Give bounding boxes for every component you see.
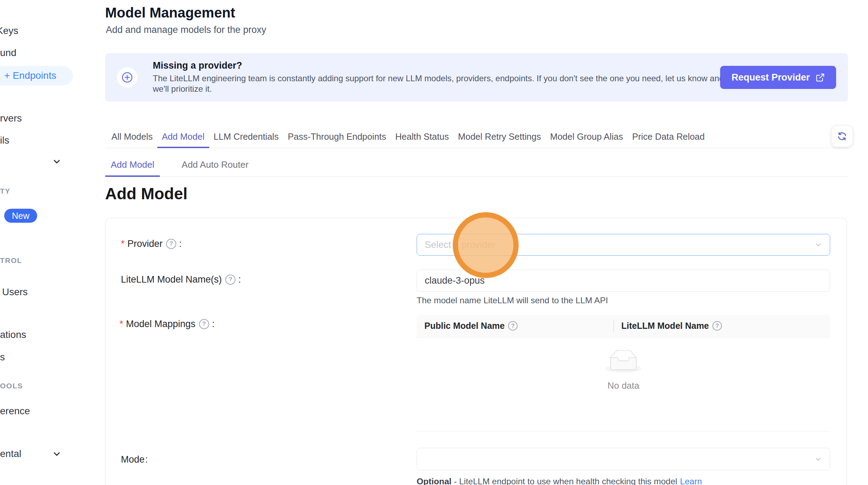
empty-box-icon	[606, 350, 641, 373]
no-data-text: No data	[607, 380, 639, 391]
model-name-help: The model name LiteLLM will send to the …	[417, 296, 608, 305]
refresh-icon	[837, 131, 847, 141]
tab-llm-credentials[interactable]: LLM Credentials	[209, 126, 283, 148]
sidebar-item-label: + Endpoints	[4, 70, 56, 81]
main-content: Model Management Add and manage models f…	[105, 0, 848, 485]
sidebar-item-organizations[interactable]: ations	[0, 329, 26, 340]
model-mappings-label-text: Model Mappings	[126, 318, 196, 330]
mode-label-text: Mode	[121, 453, 145, 466]
plus-circle-icon	[117, 67, 137, 88]
help-icon[interactable]: ?	[166, 239, 176, 249]
help-icon[interactable]: ?	[199, 319, 209, 329]
label-colon: :	[238, 273, 241, 286]
sidebar-item-servers[interactable]: rvers	[0, 113, 22, 124]
provider-label: * Provider ? :	[121, 237, 182, 250]
add-model-form-card: * Provider ? : Select a provider LiteLLM…	[105, 218, 847, 485]
sidebar-section-label: TROL	[0, 256, 22, 265]
help-icon[interactable]: ?	[712, 321, 722, 331]
sidebar-item-models-endpoints[interactable]: + Endpoints	[0, 66, 73, 85]
mode-select[interactable]	[417, 448, 830, 470]
tab-add-model[interactable]: Add Model	[157, 126, 209, 148]
tab-pass-through-endpoints[interactable]: Pass-Through Endpoints	[283, 126, 391, 148]
column-label: Public Model Name	[424, 321, 505, 331]
column-label: LiteLLM Model Name	[621, 321, 709, 331]
sidebar-item-teams[interactable]: s	[0, 352, 5, 363]
sidebar-section-label: TY	[0, 187, 11, 195]
mode-help: Optional - LiteLLM endpoint to use when …	[417, 477, 702, 485]
tab-all-models[interactable]: All Models	[107, 126, 157, 148]
banner-title: Missing a provider?	[153, 60, 242, 71]
external-link-icon	[815, 73, 825, 82]
model-name-input[interactable]	[417, 270, 830, 292]
mode-help-text: - LiteLLM endpoint to use when health ch…	[451, 477, 677, 485]
add-model-subtabs: Add Model Add Auto Router	[105, 154, 848, 177]
mode-label: Mode :	[121, 453, 148, 466]
chevron-down-icon	[814, 455, 822, 463]
new-badge-label: New	[12, 211, 29, 221]
sidebar-item-users[interactable]: Users	[2, 286, 28, 298]
new-badge: New	[4, 209, 37, 223]
sidebar-item-playground[interactable]: und	[0, 47, 16, 58]
chevron-down-icon[interactable]	[52, 157, 62, 166]
column-public-model-name: Public Model Name ?	[424, 321, 520, 331]
subtab-add-auto-router[interactable]: Add Auto Router	[176, 154, 254, 177]
model-mappings-table: Public Model Name ? LiteLLM Model Name ?	[417, 314, 830, 431]
required-marker: *	[119, 318, 123, 330]
chevron-down-icon	[814, 241, 822, 249]
learn-link[interactable]: Learn	[680, 477, 702, 485]
tab-price-data-reload[interactable]: Price Data Reload	[628, 126, 709, 148]
column-litellm-model-name: LiteLLM Model Name ?	[621, 321, 724, 331]
tab-model-retry-settings[interactable]: Model Retry Settings	[453, 126, 546, 148]
tab-model-group-alias[interactable]: Model Group Alias	[546, 126, 628, 148]
sidebar-item-experimental[interactable]: ental	[0, 448, 21, 459]
model-tabs: All Models Add Model LLM Credentials Pas…	[105, 126, 848, 148]
tab-health-status[interactable]: Health Status	[391, 126, 453, 148]
request-provider-label: Request Provider	[731, 72, 810, 83]
table-header: Public Model Name ? LiteLLM Model Name ?	[417, 314, 830, 338]
sidebar-section-label: OOLS	[0, 382, 23, 390]
chevron-down-icon[interactable]	[52, 449, 62, 459]
litellm-admin-screen: Keys und + Endpoints rvers ils TY New TR…	[0, 0, 868, 485]
help-icon[interactable]: ?	[225, 275, 235, 285]
model-mappings-label: * Model Mappings ? :	[119, 318, 214, 330]
help-icon[interactable]: ?	[508, 321, 518, 331]
model-name-label-text: LiteLLM Model Name(s)	[121, 273, 222, 286]
provider-select[interactable]: Select a provider	[417, 234, 830, 256]
banner-body: The LiteLLM engineering team is constant…	[153, 73, 724, 94]
sidebar-item-reference[interactable]: erence	[0, 406, 30, 417]
add-model-heading: Add Model	[105, 184, 187, 203]
subtab-add-model[interactable]: Add Model	[105, 154, 160, 177]
provider-select-placeholder: Select a provider	[425, 240, 496, 250]
request-provider-button[interactable]: Request Provider	[720, 66, 836, 89]
missing-provider-banner: Missing a provider? The LiteLLM engineer…	[105, 53, 848, 102]
refresh-button[interactable]	[831, 125, 853, 147]
model-name-label: LiteLLM Model Name(s) ? :	[121, 273, 241, 286]
page-subtitle: Add and manage models for the proxy	[106, 25, 266, 35]
page-title: Model Management	[105, 5, 235, 21]
sidebar-item-rails[interactable]: ils	[0, 135, 9, 146]
label-colon: :	[145, 453, 148, 466]
provider-label-text: Provider	[128, 237, 163, 250]
column-divider	[613, 320, 614, 332]
required-marker: *	[121, 237, 125, 250]
mode-help-prefix: Optional	[417, 477, 451, 485]
table-empty-state: No data	[417, 338, 830, 431]
sidebar: Keys und + Endpoints rvers ils TY New TR…	[0, 0, 73, 485]
sidebar-item-keys[interactable]: Keys	[0, 25, 18, 36]
label-colon: :	[179, 237, 182, 250]
label-colon: :	[212, 318, 215, 330]
